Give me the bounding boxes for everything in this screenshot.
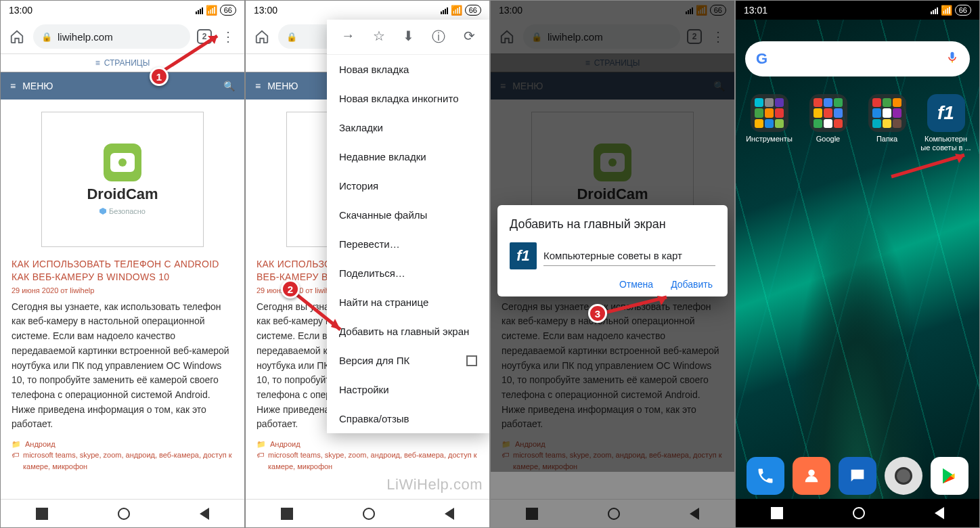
signal-icon: [196, 6, 203, 14]
status-bar: 13:00 📶 66: [1, 1, 244, 20]
panel-1: 13:00 📶 66 🔒liwihelp.com 2 ⋮ ≡СТРАНИЦЫ ≡…: [0, 0, 245, 528]
svg-point-5: [808, 470, 814, 476]
home-icon[interactable]: [252, 27, 271, 46]
article-title[interactable]: КАК ИСПОЛЬЗОВАТЬ ТЕЛЕФОН С ANDROID КАК В…: [1, 251, 244, 286]
tab-count[interactable]: 2: [197, 29, 212, 44]
menu-dots-icon[interactable]: ⋮: [219, 27, 238, 46]
back-button[interactable]: [200, 508, 209, 520]
cancel-button[interactable]: Отмена: [619, 279, 653, 290]
menu-help[interactable]: Справка/отзыв: [327, 404, 489, 433]
home-button[interactable]: [118, 508, 130, 520]
watermark: LiWiHelp.com: [386, 476, 483, 493]
wifi-icon: 📶: [206, 5, 217, 16]
dialog-title: Добавить на главный экран: [510, 217, 715, 232]
menu-downloads[interactable]: Скачанные файлы: [327, 200, 489, 229]
callout-3: 3: [588, 304, 607, 323]
status-bar: 13:00 📶66: [246, 1, 489, 20]
home-apps-row: Инструменты Google Папка f1 Компьютерн ы…: [736, 94, 979, 152]
add-button[interactable]: Добавить: [671, 279, 713, 290]
google-search-bar[interactable]: G: [745, 41, 970, 76]
menu-find[interactable]: Найти на странице: [327, 288, 489, 317]
recent-apps-button[interactable]: [36, 508, 48, 520]
menu-incognito[interactable]: Новая вкладка инкогнито: [327, 84, 489, 113]
forward-icon[interactable]: →: [341, 28, 355, 46]
svg-rect-3: [952, 61, 953, 63]
checkbox-icon: [466, 355, 477, 366]
article-tags[interactable]: 📁Андроид 🏷microsoft teams, skype, zoom, …: [1, 432, 244, 472]
menu-add-home[interactable]: Добавить на главный экран: [327, 317, 489, 346]
folder-papka[interactable]: Папка: [861, 94, 914, 152]
search-icon[interactable]: 🔍: [223, 81, 235, 91]
pages-strip[interactable]: ≡СТРАНИЦЫ: [1, 53, 244, 72]
star-icon[interactable]: ☆: [373, 28, 385, 46]
shortcut-icon: f1: [510, 242, 537, 269]
browser-toolbar: 🔒liwihelp.com 2 ⋮: [1, 20, 244, 53]
menu-recent[interactable]: Недавние вкладки: [327, 142, 489, 171]
shortcut-name-input[interactable]: [543, 246, 715, 266]
f1-shortcut-icon: f1: [927, 94, 965, 132]
mic-icon[interactable]: [945, 51, 959, 67]
site-menu[interactable]: ≡МЕНЮ🔍: [1, 72, 244, 100]
status-bar: 13:01 📶66: [736, 1, 979, 20]
nav-bar: [1, 499, 244, 527]
menu-new-tab[interactable]: Новая вкладка: [327, 55, 489, 84]
dock: [736, 457, 979, 495]
menu-desktop[interactable]: Версия для ПК: [327, 346, 489, 375]
folder-tools[interactable]: Инструменты: [743, 94, 796, 152]
menu-share[interactable]: Поделиться…: [327, 259, 489, 288]
folder-google[interactable]: Google: [802, 94, 855, 152]
info-icon[interactable]: ⓘ: [432, 28, 445, 46]
refresh-icon[interactable]: ⟳: [464, 28, 475, 46]
panel-3: 13:00📶66 🔒liwihelp.com 2 ⋮ ≡СТРАНИЦЫ ≡МЕ…: [490, 0, 735, 528]
messages-app[interactable]: [839, 457, 876, 495]
droidcam-icon: [104, 144, 141, 181]
phone-app[interactable]: [747, 457, 784, 495]
time: 13:00: [9, 5, 32, 16]
article-body: Сегодня вы узнаете, как использовать тел…: [1, 300, 244, 432]
url-bar[interactable]: 🔒liwihelp.com: [33, 24, 190, 49]
menu-bookmarks[interactable]: Закладки: [327, 113, 489, 142]
panel-2: 13:00 📶66 🔒 ≡СТРАНИЦЫ ≡МЕНЮ🔍 DroidCam Бе…: [245, 0, 490, 528]
callout-1: 1: [150, 67, 169, 86]
callout-2: 2: [281, 280, 300, 299]
battery-indicator: 66: [220, 5, 236, 16]
url-text: liwihelp.com: [58, 31, 113, 43]
shortcut-website[interactable]: f1 Компьютерн ые советы в ...: [920, 94, 973, 152]
panel-4: 13:01 📶66 G Инструменты Google Папка f1 …: [735, 0, 980, 528]
menu-history[interactable]: История: [327, 171, 489, 200]
lock-icon: 🔒: [41, 32, 52, 42]
google-logo: G: [756, 50, 767, 68]
play-store-app[interactable]: [931, 457, 968, 495]
article-meta: 29 июня 2020 от liwihelp: [1, 286, 244, 300]
contacts-app[interactable]: [793, 457, 830, 495]
browser-menu: → ☆ ⬇ ⓘ ⟳ Новая вкладка Новая вкладка ин…: [327, 20, 489, 433]
camera-app[interactable]: [885, 457, 922, 495]
add-to-home-dialog: Добавить на главный экран f1 Отмена Доба…: [497, 205, 728, 296]
menu-settings[interactable]: Настройки: [327, 375, 489, 404]
menu-translate[interactable]: Перевести…: [327, 229, 489, 259]
download-icon[interactable]: ⬇: [403, 28, 414, 46]
home-icon[interactable]: [7, 27, 26, 46]
article-image: DroidCam Безопасно: [41, 112, 204, 247]
